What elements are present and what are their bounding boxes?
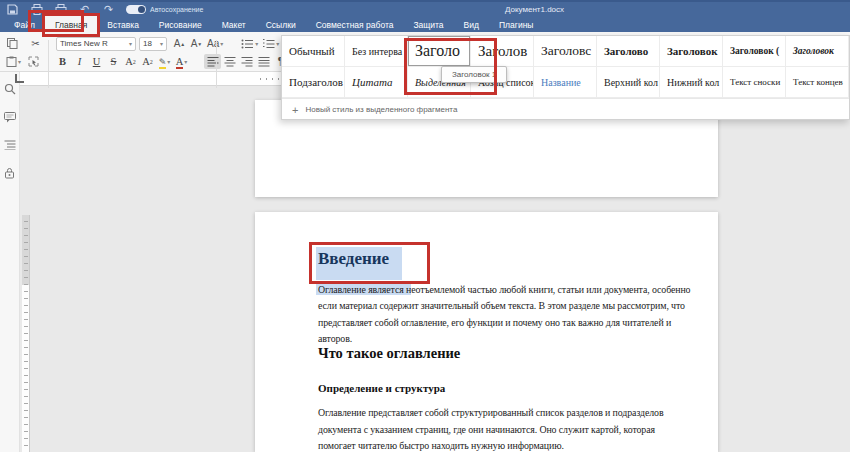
- style-endnote-text[interactable]: Текст концев: [786, 67, 849, 98]
- highlight-color-icon[interactable]: ✎▾: [156, 54, 173, 69]
- cut-icon[interactable]: ✂: [27, 36, 44, 51]
- tab-layout[interactable]: Макет: [212, 16, 256, 34]
- doc-heading-vvedenie[interactable]: Введение: [318, 249, 389, 269]
- copy-icon[interactable]: [4, 36, 21, 51]
- strikethrough-button[interactable]: S: [105, 54, 122, 69]
- select-tool-icon[interactable]: [25, 54, 42, 69]
- tab-draw[interactable]: Рисование: [149, 16, 212, 34]
- tab-plugins[interactable]: Плагины: [489, 16, 543, 34]
- document-editor-window: ↶ ↷ Автосохранение Документ1.docx Файл Г…: [0, 0, 850, 452]
- search-icon[interactable]: [3, 82, 17, 96]
- quick-print-icon[interactable]: [54, 4, 67, 15]
- style-tooltip: Заголовок 1: [441, 66, 507, 83]
- font-size-select[interactable]: 18▾: [139, 37, 167, 51]
- autosave-label: Автосохранение: [150, 6, 203, 13]
- plus-icon: +: [292, 106, 298, 114]
- subscript-icon[interactable]: A2: [139, 54, 156, 69]
- font-size-value: 18: [143, 39, 152, 48]
- save-icon[interactable]: [6, 4, 19, 15]
- font-name-select[interactable]: Times New R▾: [56, 37, 136, 51]
- style-heading-2[interactable]: Заголов: [471, 36, 534, 67]
- tab-references[interactable]: Ссылки: [256, 16, 306, 34]
- doc-paragraph-line[interactable]: представляет собой оглавление, его функц…: [318, 315, 671, 331]
- italic-button[interactable]: I: [71, 54, 88, 69]
- style-heading-1[interactable]: Заголо: [408, 36, 471, 67]
- quick-access-toolbar: ↶ ↷ Автосохранение: [6, 3, 203, 16]
- tab-file[interactable]: Файл: [4, 16, 45, 34]
- style-heading-7[interactable]: Заголовок: [786, 36, 849, 67]
- style-header[interactable]: Верхний кол: [597, 67, 660, 98]
- new-style-button[interactable]: + Новый стиль из выделенного фрагмента: [282, 98, 849, 120]
- tab-protection[interactable]: Защита: [403, 16, 453, 34]
- style-heading-6[interactable]: Заголовок (: [723, 36, 786, 67]
- style-no-spacing[interactable]: Без интерва: [345, 36, 408, 67]
- autosave-toggle[interactable]: [126, 5, 146, 14]
- page-2[interactable]: Введение Оглавление является неотъемлемо…: [255, 212, 718, 452]
- tab-home[interactable]: Главная: [45, 16, 97, 34]
- font-color-icon[interactable]: A▾: [173, 54, 190, 69]
- style-subtitle[interactable]: Подзаголов: [282, 67, 345, 98]
- style-footnote-text[interactable]: Текст сноски: [723, 67, 786, 98]
- ribbon-tabs: Файл Главная Вставка Рисование Макет Ссы…: [4, 16, 543, 34]
- decrease-font-icon[interactable]: A▼: [188, 36, 205, 51]
- style-footer[interactable]: Нижний кол: [660, 67, 723, 98]
- style-heading-5[interactable]: Заголовок: [660, 36, 723, 67]
- undo-icon[interactable]: ↶: [78, 4, 91, 15]
- lock-icon[interactable]: [3, 166, 17, 180]
- tab-insert[interactable]: Вставка: [97, 16, 149, 34]
- doc-paragraph-line[interactable]: Оглавление является неотъемлемой частью …: [318, 282, 690, 298]
- bold-button[interactable]: B: [54, 54, 71, 69]
- navigation-headings-icon[interactable]: [3, 138, 17, 152]
- align-right-icon[interactable]: [238, 54, 255, 69]
- tab-stop-selector[interactable]: [15, 74, 24, 83]
- superscript-icon[interactable]: A2: [122, 54, 139, 69]
- vertical-ruler[interactable]: [22, 215, 30, 452]
- style-heading-4[interactable]: Заголово: [597, 36, 660, 67]
- tab-collaboration[interactable]: Совместная работа: [306, 16, 404, 34]
- styles-gallery-dropdown: Обычный Без интерва Заголо Заголов Загол…: [281, 35, 850, 120]
- doc-paragraph-line[interactable]: если материал содержит значительный объе…: [318, 298, 685, 314]
- increase-font-icon[interactable]: A▲: [171, 36, 188, 51]
- style-heading-3[interactable]: Заголовс: [534, 36, 597, 67]
- numbered-list-icon[interactable]: ▾: [260, 36, 281, 51]
- doc-heading-chto-takoe[interactable]: Что такое оглавление: [318, 345, 460, 362]
- new-style-label: Новый стиль из выделенного фрагмента: [305, 105, 457, 114]
- title-bar: ↶ ↷ Автосохранение Документ1.docx Файл Г…: [0, 0, 850, 32]
- styles-grid: Обычный Без интерва Заголо Заголов Загол…: [282, 36, 849, 98]
- style-quote[interactable]: Цитата: [345, 67, 408, 98]
- doc-heading-opredelenie[interactable]: Определение и структура: [318, 382, 445, 394]
- align-left-icon[interactable]: [204, 54, 221, 69]
- tab-view[interactable]: Вид: [454, 16, 489, 34]
- document-title: Документ1.docx: [505, 5, 564, 14]
- doc-paragraph-line[interactable]: Оглавление представляет собой структурир…: [318, 405, 663, 421]
- align-justify-icon[interactable]: [255, 54, 272, 69]
- font-name-value: Times New R: [60, 39, 108, 48]
- bullet-list-icon[interactable]: ▾: [239, 36, 260, 51]
- style-normal[interactable]: Обычный: [282, 36, 345, 67]
- underline-button[interactable]: U: [88, 54, 105, 69]
- redo-icon[interactable]: ↷: [102, 4, 115, 15]
- paste-icon[interactable]: ▾: [4, 54, 23, 69]
- left-panel: [0, 72, 20, 452]
- style-title[interactable]: Название: [534, 67, 597, 98]
- align-center-icon[interactable]: [221, 54, 238, 69]
- doc-paragraph-line[interactable]: документа с указанием страниц, где они н…: [318, 422, 655, 438]
- print-icon[interactable]: [30, 4, 43, 15]
- comments-icon[interactable]: [3, 110, 17, 124]
- autosave-control: Автосохранение: [126, 5, 203, 14]
- doc-paragraph-line[interactable]: помогает читателю быстро находить нужную…: [318, 438, 564, 452]
